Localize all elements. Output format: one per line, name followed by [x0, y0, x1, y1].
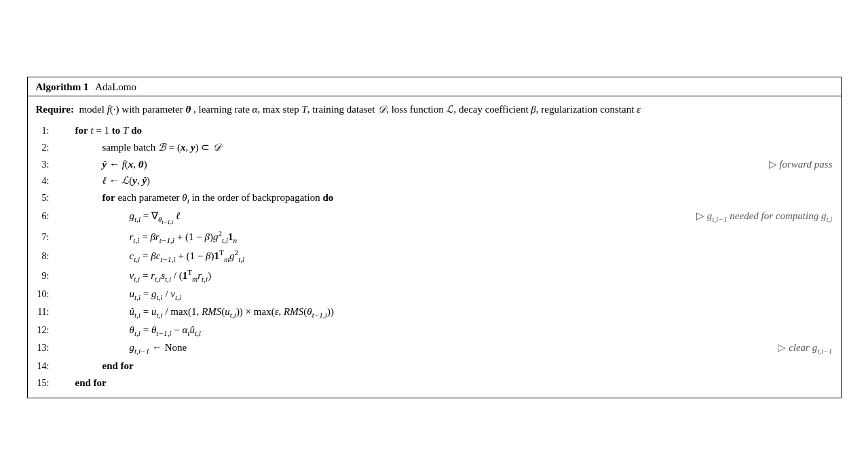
algorithm-body: Require: model f(·) with parameter θ , l…: [28, 96, 841, 398]
line-text: rt,i = βrt−1,i + (1 − β)g2t,i1n: [130, 227, 833, 247]
line-text: ct,i = βct−1,i + (1 − β)1Tmg2t,i: [130, 246, 833, 266]
algo-line-1: 1: for t = 1 to T do: [36, 122, 833, 139]
line-text: end for: [102, 358, 833, 375]
algo-line-14: 14: end for: [36, 358, 833, 375]
line-number: 9:: [36, 268, 55, 284]
line-content: end for: [55, 375, 833, 392]
line-number: 6:: [36, 208, 55, 224]
line-number: 11:: [36, 304, 55, 320]
line-text: ut,i = gt,i / vt,i: [130, 286, 833, 304]
line-number: 5:: [36, 190, 55, 206]
algo-line-15: 15: end for: [36, 375, 833, 392]
line-content: ut,i = gt,i / vt,i: [55, 286, 833, 304]
line-text: ût,i = ut,i / max(1, RMS(ut,i)) × max(ε,…: [130, 303, 833, 322]
require-line: Require: model f(·) with parameter θ , l…: [36, 102, 833, 117]
line-comment: forward pass: [755, 156, 833, 173]
line-text: end for: [75, 375, 833, 392]
algorithm-header: Algorithm 1 AdaLomo: [28, 77, 841, 96]
algo-line-11: 11: ût,i = ut,i / max(1, RMS(ut,i)) × ma…: [36, 303, 833, 322]
line-content: for t = 1 to T do: [55, 122, 833, 139]
line-content: end for: [55, 358, 833, 375]
line-text: for each parameter θi in the order of ba…: [102, 189, 833, 208]
algo-line-8: 8: ct,i = βct−1,i + (1 − β)1Tmg2t,i: [36, 246, 833, 266]
line-text: sample batch ℬ = (x, y) ⊂ 𝒟: [102, 139, 833, 156]
algo-line-9: 9: vt,i = rt,ist,i / (1Tmrt,i): [36, 266, 833, 286]
line-content: ct,i = βct−1,i + (1 − β)1Tmg2t,i: [55, 246, 833, 266]
line-text: gt,i−1 ← None: [130, 339, 765, 358]
line-number: 10:: [36, 286, 55, 302]
line-content: θt,i = θt−1,i − αtût,i: [55, 322, 833, 340]
line-number: 3:: [36, 157, 55, 172]
line-content: sample batch ℬ = (x, y) ⊂ 𝒟: [55, 139, 833, 156]
algo-line-4: 4: ℓ ← ℒ(y, ŷ): [36, 172, 833, 189]
line-number: 4:: [36, 173, 55, 189]
algo-line-2: 2: sample batch ℬ = (x, y) ⊂ 𝒟: [36, 139, 833, 156]
algo-line-7: 7: rt,i = βrt−1,i + (1 − β)g2t,i1n: [36, 227, 833, 247]
algo-line-3: 3: ŷ ← f(x, θ) forward pass: [36, 156, 833, 173]
line-content: gt,i−1 ← None clear gt,i−1: [55, 339, 833, 358]
algo-line-6: 6: gt,i = ∇θt−1,i ℓ gt,i−1 needed for co…: [36, 208, 833, 227]
algo-line-12: 12: θt,i = θt−1,i − αtût,i: [36, 322, 833, 340]
line-content: vt,i = rt,ist,i / (1Tmrt,i): [55, 266, 833, 286]
line-content: ℓ ← ℒ(y, ŷ): [55, 172, 833, 189]
line-text: for t = 1 to T do: [75, 122, 833, 139]
algorithm-lines: 1: for t = 1 to T do 2: sample batch ℬ =…: [36, 122, 833, 391]
line-content: gt,i = ∇θt−1,i ℓ gt,i−1 needed for compu…: [55, 208, 833, 227]
line-content: rt,i = βrt−1,i + (1 − β)g2t,i1n: [55, 227, 833, 247]
line-text: ℓ ← ℒ(y, ŷ): [102, 172, 833, 189]
line-comment: clear gt,i−1: [764, 339, 832, 358]
line-number: 14:: [36, 358, 55, 374]
line-comment: gt,i−1 needed for computing gt,i: [683, 208, 832, 226]
line-text: θt,i = θt−1,i − αtût,i: [130, 322, 833, 340]
line-text: ŷ ← f(x, θ): [102, 156, 755, 173]
require-text: model f(·) with parameter θ , learning r…: [77, 104, 641, 115]
line-number: 12:: [36, 322, 55, 338]
line-number: 7:: [36, 229, 55, 245]
line-number: 2:: [36, 140, 55, 155]
algo-line-10: 10: ut,i = gt,i / vt,i: [36, 286, 833, 304]
line-text: vt,i = rt,ist,i / (1Tmrt,i): [130, 266, 833, 286]
line-content: ût,i = ut,i / max(1, RMS(ut,i)) × max(ε,…: [55, 303, 833, 322]
require-label: Require:: [36, 104, 74, 115]
line-content: ŷ ← f(x, θ) forward pass: [55, 156, 833, 173]
algorithm-name: AdaLomo: [95, 81, 136, 92]
line-text: gt,i = ∇θt−1,i ℓ: [130, 208, 683, 227]
line-number: 13:: [36, 340, 55, 356]
line-content: for each parameter θi in the order of ba…: [55, 189, 833, 208]
line-number: 8:: [36, 248, 55, 264]
algo-line-5: 5: for each parameter θi in the order of…: [36, 189, 833, 208]
algorithm-label: Algorithm 1: [36, 81, 89, 92]
algorithm-box: Algorithm 1 AdaLomo Require: model f(·) …: [27, 77, 842, 399]
line-number: 1:: [36, 123, 55, 138]
algo-line-13: 13: gt,i−1 ← None clear gt,i−1: [36, 339, 833, 358]
line-number: 15:: [36, 375, 55, 391]
